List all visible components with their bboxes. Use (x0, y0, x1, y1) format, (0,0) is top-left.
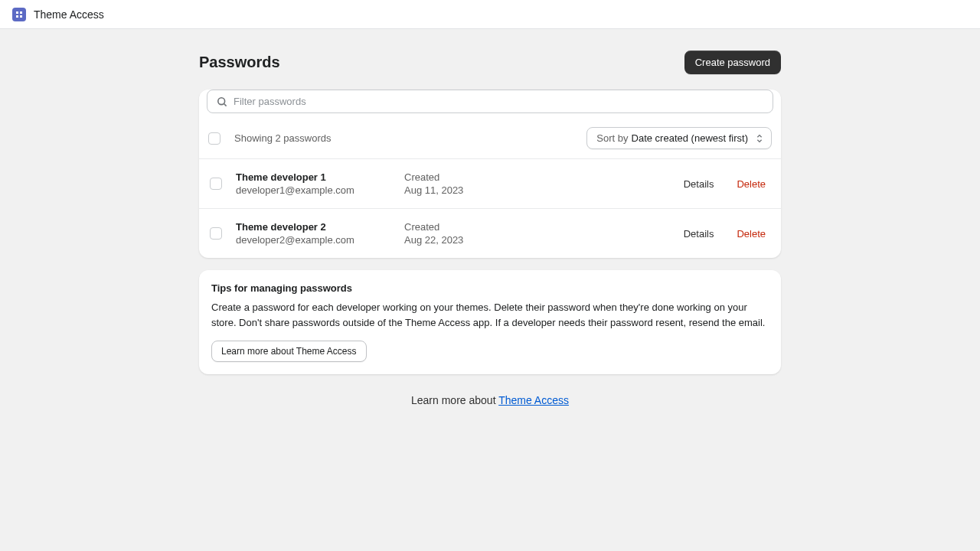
learn-more-button[interactable]: Learn more about Theme Access (211, 341, 367, 362)
row-actions: Details Delete (684, 178, 770, 190)
tips-card: Tips for managing passwords Create a pas… (199, 270, 781, 374)
svg-rect-1 (20, 11, 22, 14)
delete-button[interactable]: Delete (737, 178, 766, 190)
row-name: Theme developer 1 (236, 171, 404, 183)
list-controls: Showing 2 passwords Sort by Date created… (199, 121, 781, 158)
row-checkbox[interactable] (210, 227, 222, 240)
search-wrapper (207, 90, 773, 113)
row-main: Theme developer 1 developer1@example.com (236, 171, 404, 196)
sort-value: Date created (newest first) (632, 132, 748, 144)
row-name: Theme developer 2 (236, 221, 404, 233)
row-created-label: Created (404, 221, 557, 233)
count-text: Showing 2 passwords (234, 132, 331, 144)
table-row: Theme developer 1 developer1@example.com… (199, 158, 781, 208)
passwords-card: Showing 2 passwords Sort by Date created… (199, 90, 781, 258)
details-button[interactable]: Details (684, 228, 714, 240)
svg-rect-0 (16, 11, 18, 14)
top-bar: Theme Access (0, 0, 980, 29)
footer-prefix: Learn more about (411, 394, 498, 406)
main-container: Passwords Create password Showing 2 pass… (199, 29, 781, 428)
tips-body: Create a password for each developer wor… (211, 300, 769, 330)
page-title: Passwords (199, 54, 280, 71)
row-created-date: Aug 22, 2023 (404, 234, 557, 246)
row-created: Created Aug 22, 2023 (404, 221, 557, 246)
row-checkbox[interactable] (210, 178, 222, 190)
search-input[interactable] (207, 90, 773, 113)
app-name: Theme Access (34, 8, 104, 21)
svg-rect-3 (20, 15, 22, 18)
row-email: developer1@example.com (236, 184, 404, 196)
sort-label: Sort by (596, 132, 628, 144)
table-row: Theme developer 2 developer2@example.com… (199, 208, 781, 258)
footer-text: Learn more about Theme Access (199, 394, 781, 406)
search-icon (216, 96, 228, 108)
svg-point-4 (218, 97, 225, 104)
row-created-date: Aug 11, 2023 (404, 184, 557, 196)
tips-title: Tips for managing passwords (211, 282, 769, 294)
row-email: developer2@example.com (236, 234, 404, 246)
row-created-label: Created (404, 171, 557, 183)
delete-button[interactable]: Delete (737, 228, 766, 240)
svg-rect-2 (16, 15, 18, 18)
page-header: Passwords Create password (199, 51, 781, 74)
footer-link[interactable]: Theme Access (498, 394, 569, 406)
create-password-button[interactable]: Create password (684, 51, 781, 74)
row-main: Theme developer 2 developer2@example.com (236, 221, 404, 246)
app-icon (12, 8, 26, 21)
details-button[interactable]: Details (684, 178, 714, 190)
svg-line-5 (224, 103, 227, 106)
select-all-checkbox[interactable] (208, 132, 220, 145)
sort-dropdown[interactable]: Sort by Date created (newest first) (586, 127, 772, 149)
count-wrapper: Showing 2 passwords (208, 132, 331, 145)
row-created: Created Aug 11, 2023 (404, 171, 557, 196)
row-actions: Details Delete (684, 228, 770, 240)
sort-chevrons-icon (754, 133, 765, 144)
